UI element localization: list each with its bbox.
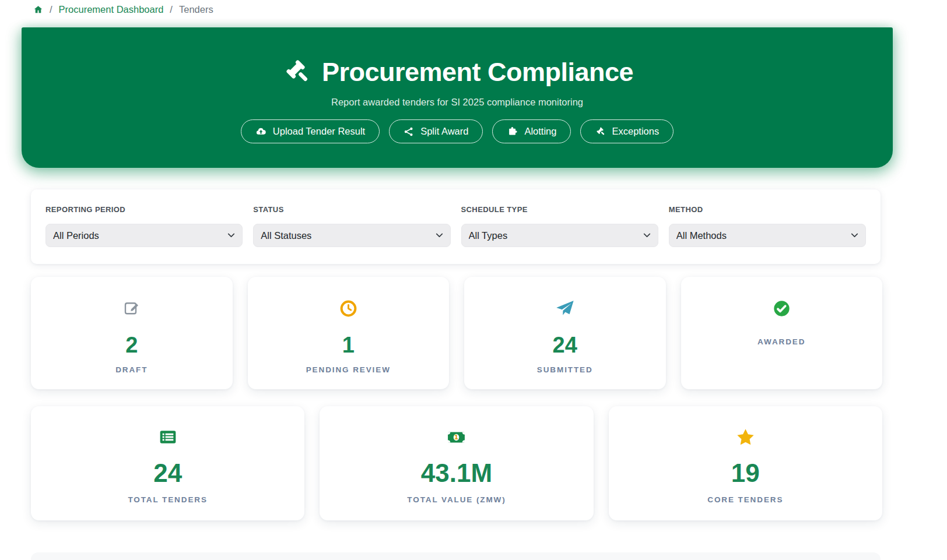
core-tenders-card: 19 CORE TENDERS [609,406,882,520]
breadcrumb: / Procurement Dashboard / Tenders [33,4,213,15]
submitted-label: SUBMITTED [537,365,593,374]
cloud-upload-icon [255,126,266,137]
button-label: Upload Tender Result [273,126,365,137]
clock-icon [339,299,357,318]
method-select[interactable]: All Methods [669,224,866,247]
pending-review-card: 1 PENDING REVIEW [248,277,450,389]
filter-schedule-type: SCHEDULE TYPE All Types [461,205,658,264]
core-tenders-count: 19 [731,460,760,486]
gavel-icon [595,126,605,137]
breadcrumb-separator: / [170,4,173,15]
edit-icon [123,299,141,318]
schedule-type-select[interactable]: All Types [461,224,658,247]
breadcrumb-link-procurement-dashboard[interactable]: Procurement Dashboard [59,4,164,15]
breadcrumb-separator: / [50,4,52,15]
alotting-button[interactable]: Alotting [492,119,571,143]
upload-tender-result-button[interactable]: Upload Tender Result [241,119,380,143]
filter-reporting-period: REPORTING PERIOD All Periods [45,205,243,264]
filter-label: METHOD [669,205,866,214]
reporting-period-select[interactable]: All Periods [45,224,243,247]
check-circle-icon [773,299,791,318]
draft-card: 2 DRAFT [31,277,233,389]
home-icon[interactable] [33,5,43,15]
filter-label: STATUS [253,205,450,214]
page-title: Procurement Compliance [322,57,633,88]
button-label: Split Award [420,126,468,137]
draft-label: DRAFT [115,365,148,374]
awarded-card: AWARDED [681,277,883,389]
star-icon [736,428,755,446]
submitted-card: 24 SUBMITTED [464,277,666,389]
filter-bar: REPORTING PERIOD All Periods STATUS All … [31,189,881,264]
svg-text:1: 1 [454,434,458,441]
button-label: Alotting [524,126,556,137]
total-tenders-card: 24 TOTAL TENDERS [31,406,304,520]
exceptions-button[interactable]: Exceptions [580,119,674,143]
money-bill-icon: 1 [447,428,466,446]
awarded-label: AWARDED [757,337,805,346]
submitted-count: 24 [553,334,577,356]
draft-count: 2 [125,334,138,356]
hero-actions: Upload Tender Result Split Award Alottin… [241,119,674,143]
puzzle-icon [507,126,518,137]
pending-review-count: 1 [342,334,355,356]
total-tenders-label: TOTAL TENDERS [128,495,207,504]
breadcrumb-current-tenders: Tenders [179,4,213,15]
total-value-label: TOTAL VALUE (ZMW) [407,495,506,504]
total-value-card: 1 43.1M TOTAL VALUE (ZMW) [320,406,593,520]
core-tenders-label: CORE TENDERS [707,495,783,504]
paper-plane-icon [555,299,574,318]
page-subtitle: Report awarded tenders for SI 2025 compl… [331,97,583,108]
share-icon [404,126,414,137]
total-value-amount: 43.1M [421,460,492,486]
button-label: Exceptions [612,126,659,137]
filter-label: REPORTING PERIOD [45,205,243,214]
total-tenders-count: 24 [153,460,182,486]
status-cards-row: 2 DRAFT 1 PENDING REVIEW 24 SUBMITTED [31,277,882,389]
next-section-peek [31,552,881,560]
pending-review-label: PENDING REVIEW [306,365,391,374]
hero-banner: Procurement Compliance Report awarded te… [22,27,893,168]
split-award-button[interactable]: Split Award [389,119,483,143]
status-select[interactable]: All Statuses [253,224,450,247]
filter-status: STATUS All Statuses [253,205,450,264]
summary-cards-row: 24 TOTAL TENDERS 1 43.1M TOTAL VALUE (ZM… [31,406,882,520]
list-icon [159,428,177,446]
gavel-icon [281,58,310,87]
filter-method: METHOD All Methods [669,205,866,264]
filter-label: SCHEDULE TYPE [461,205,658,214]
